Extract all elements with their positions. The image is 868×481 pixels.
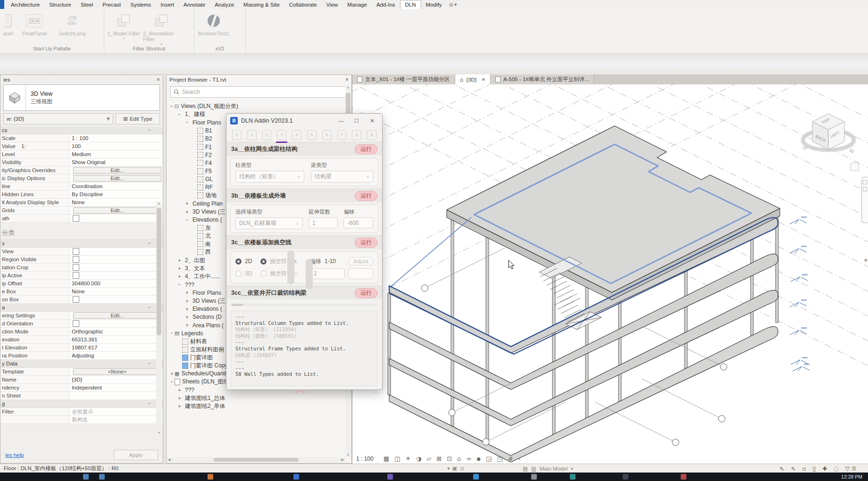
checkbox[interactable] bbox=[73, 296, 79, 303]
view-tab-2[interactable]: A-505 - 1#南单元 外立面平立剖详... bbox=[491, 75, 594, 84]
edit-type-button[interactable]: ⊞ Edit Type bbox=[116, 113, 160, 124]
temporary-hide-icon[interactable]: ◳ bbox=[497, 455, 502, 462]
section-3a-header[interactable]: 3a__依柱网生成梁柱结构 运行 bbox=[226, 142, 382, 156]
detail-level-icon[interactable]: ▦ bbox=[384, 455, 389, 462]
crop-view-icon[interactable]: ▱ bbox=[426, 455, 431, 462]
crop-region-icon[interactable]: ⊠ bbox=[436, 455, 442, 462]
tree-expander[interactable]: + bbox=[177, 396, 182, 401]
tree-expander[interactable]: − bbox=[169, 331, 175, 336]
taskbar-app-icon[interactable] bbox=[681, 474, 686, 480]
property-row-34[interactable]: g^^ bbox=[0, 400, 163, 408]
select-link-icon[interactable]: ⇖ bbox=[779, 465, 784, 472]
checkbox[interactable] bbox=[73, 320, 79, 327]
edit-button[interactable]: <None> bbox=[73, 368, 161, 375]
property-row-29[interactable]: y Data^^ bbox=[0, 360, 163, 368]
property-row-22[interactable]: a^^ bbox=[0, 304, 163, 312]
property-value[interactable]: 1 : 100 bbox=[69, 134, 163, 142]
property-value[interactable]: 65313.391 bbox=[69, 336, 163, 343]
section-3b-header[interactable]: 3b__依楼板生成外墙 运行 bbox=[226, 189, 382, 202]
property-value[interactable]: 19807.617 bbox=[69, 344, 163, 351]
radio-symbol-x[interactable] bbox=[260, 258, 267, 265]
tree-expander[interactable]: + bbox=[184, 323, 190, 328]
section-3c-header[interactable]: 3c__依楼板添加挑空线 运行 bbox=[226, 235, 382, 249]
menu-extra-icon[interactable]: ◎ ▾ bbox=[449, 0, 457, 9]
tree-expander[interactable]: − bbox=[184, 217, 190, 223]
property-value[interactable]: None bbox=[69, 199, 163, 206]
select-underlay-icon[interactable]: ▫ bbox=[802, 465, 806, 472]
run-button-3c[interactable]: 运行 bbox=[355, 238, 377, 248]
type-selector[interactable]: 3D View 三维视图 bbox=[3, 84, 160, 111]
properties-help-link[interactable]: ies help bbox=[5, 452, 24, 458]
progress-ring-icon[interactable]: ◌ bbox=[834, 465, 838, 472]
ribbon-button-anel[interactable]: anel bbox=[1, 11, 15, 41]
property-value[interactable] bbox=[69, 215, 163, 222]
ribbon-button-browsertest1[interactable]: BrowserTest1 bbox=[195, 11, 232, 41]
sun-path-icon[interactable]: ☀ bbox=[405, 455, 411, 462]
checkbox[interactable] bbox=[73, 248, 79, 255]
minimize-icon[interactable]: — bbox=[335, 118, 347, 124]
radio-2d[interactable] bbox=[235, 258, 242, 265]
property-value[interactable]: Orthographic bbox=[69, 328, 163, 335]
taskbar-app-icon[interactable] bbox=[570, 474, 576, 480]
tree-expander[interactable]: − bbox=[184, 120, 190, 125]
dialog-tool-2[interactable]: 2 bbox=[262, 130, 272, 140]
pin-icon[interactable]: ▪ bbox=[476, 455, 481, 462]
tree-expander[interactable]: + bbox=[184, 307, 190, 312]
menu-item-annotate[interactable]: Annotate bbox=[179, 0, 210, 9]
maximize-icon[interactable]: ☐ bbox=[351, 118, 363, 124]
tree-item-37[interactable]: +建筑图纸2_单体 bbox=[167, 402, 345, 410]
model-canvas[interactable]: N W TOP BACK LEFT 1 : 100 ▦◫☀◑▱⊠⊡⌂∞▪◲◳#‹… bbox=[352, 84, 868, 464]
extend-levels-input[interactable]: 1 bbox=[309, 217, 338, 228]
property-row-13[interactable]: 分类 bbox=[0, 227, 163, 240]
viewcube[interactable]: N W TOP BACK LEFT bbox=[802, 114, 859, 171]
taskbar-app-icon[interactable] bbox=[387, 474, 393, 480]
tree-expander[interactable]: − bbox=[177, 282, 182, 287]
menu-item-massing-site[interactable]: Massing & Site bbox=[239, 0, 284, 9]
taskbar-app-icon[interactable] bbox=[208, 474, 213, 480]
taskbar-app-icon[interactable] bbox=[83, 474, 89, 480]
menu-item-manage[interactable]: Manage bbox=[342, 0, 372, 9]
ribbon-button-2-annotation-filter[interactable]: 2_Annotation Filter▾ bbox=[143, 11, 180, 47]
menu-item-collaborate[interactable]: Collaborate bbox=[284, 0, 322, 9]
property-value[interactable] bbox=[69, 264, 163, 271]
radio-symbol-tilde[interactable] bbox=[260, 271, 267, 277]
property-value[interactable]: None bbox=[69, 288, 163, 295]
property-row-0[interactable]: cs^^ bbox=[0, 126, 163, 134]
taskbar-app-icon[interactable] bbox=[99, 474, 105, 480]
wall-type-select[interactable]: DLN_石材幕墙 ∨ bbox=[235, 217, 303, 229]
search-input[interactable]: Search bbox=[170, 86, 348, 98]
tree-expander[interactable]: − bbox=[169, 104, 175, 109]
property-value[interactable]: By Discipline bbox=[69, 191, 163, 198]
ribbon-button-1-model-filter[interactable]: 1_Model Filter▾ bbox=[105, 11, 142, 41]
tree-expander[interactable]: + bbox=[184, 201, 190, 206]
design-option-select[interactable]: Main Model bbox=[540, 466, 568, 472]
tree-expander[interactable]: − bbox=[169, 379, 175, 384]
beam-type-select[interactable]: 结构梁 ∨ bbox=[311, 171, 373, 182]
tree-expander[interactable]: + bbox=[184, 209, 190, 215]
property-value[interactable]: Independent bbox=[69, 384, 163, 391]
menu-item-view[interactable]: View bbox=[322, 0, 343, 9]
shadows-icon[interactable]: ◑ bbox=[416, 455, 421, 462]
property-value[interactable]: <None> bbox=[69, 368, 163, 375]
tree-expander[interactable]: + bbox=[169, 371, 175, 376]
dialog-tool-0[interactable]: 0 bbox=[232, 130, 242, 140]
dialog-tool-9[interactable]: 9 bbox=[367, 130, 376, 140]
tree-expander[interactable]: + bbox=[184, 299, 190, 304]
radio-3d[interactable] bbox=[235, 271, 242, 277]
menu-item-analyze[interactable]: Analyze bbox=[210, 0, 239, 9]
chevron-down-icon[interactable]: ▾ bbox=[447, 465, 450, 472]
property-value[interactable]: Edit... bbox=[69, 166, 163, 174]
taskbar-app-icon[interactable] bbox=[623, 474, 628, 480]
property-value[interactable]: Medium bbox=[69, 150, 163, 158]
offset-input[interactable]: -600 bbox=[343, 217, 373, 228]
edit-button[interactable]: Edit... bbox=[73, 207, 161, 214]
run-button-3a[interactable]: 运行 bbox=[355, 144, 377, 154]
tree-expander[interactable]: + bbox=[177, 266, 182, 271]
dialog-tool-4[interactable]: 4 bbox=[292, 130, 301, 140]
view-tab-0[interactable]: 文本_X01 - 1#楼 一层平面功能分区 bbox=[352, 75, 455, 84]
constraints-icon[interactable]: # bbox=[508, 455, 513, 462]
dialog-tool-8[interactable]: 8 bbox=[352, 130, 361, 140]
select-pin-icon[interactable]: ⇖ bbox=[791, 465, 795, 472]
menu-item-architecture[interactable]: Architecture bbox=[6, 0, 44, 9]
offset-value-input[interactable]: 2 bbox=[310, 268, 345, 279]
